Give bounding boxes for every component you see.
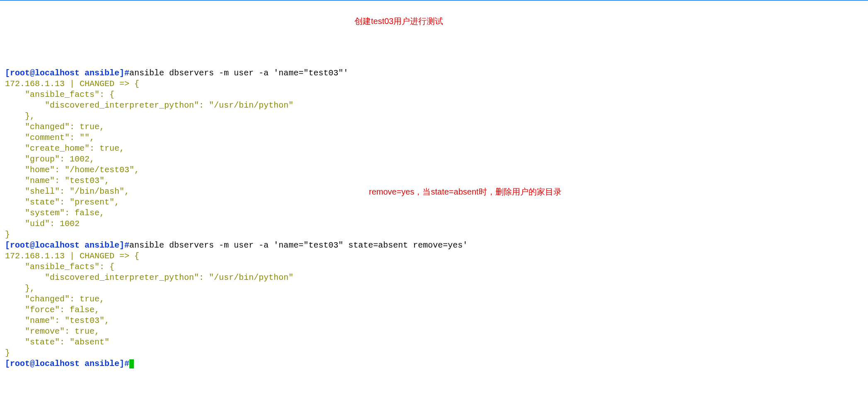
shell-prompt-1: [root@localhost ansible]# — [5, 68, 129, 78]
annotation-create-user: 创建test03用户进行测试 — [354, 16, 443, 26]
shell-prompt-3: [root@localhost ansible]# — [5, 359, 129, 368]
annotation-remove-yes: remove=yes，当state=absent时，删除用户的家目录 — [369, 186, 562, 197]
shell-prompt-2: [root@localhost ansible]# — [5, 241, 129, 250]
command-1: ansible dbservers -m user -a 'name="test… — [129, 68, 348, 78]
cursor-icon — [129, 359, 134, 368]
output-block-2: 172.168.1.13 | CHANGED => { "ansible_fac… — [5, 251, 293, 358]
command-2: ansible dbservers -m user -a 'name="test… — [129, 241, 468, 250]
terminal-content[interactable]: [root@localhost ansible]#ansible dbserve… — [5, 68, 863, 369]
output-block-1: 172.168.1.13 | CHANGED => { "ansible_fac… — [5, 79, 293, 239]
window-top-border — [0, 0, 868, 1]
